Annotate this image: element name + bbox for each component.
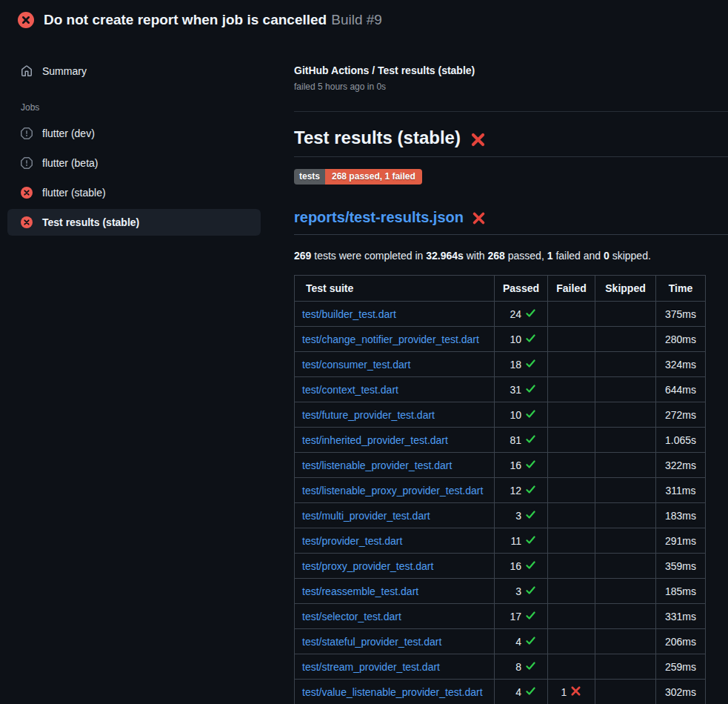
test-suite-link[interactable]: test/consumer_test.dart — [302, 359, 410, 371]
column-header-skipped: Skipped — [595, 276, 656, 302]
passed-cell: 3 — [495, 503, 548, 528]
test-summary-text: 269 tests were completed in 32.964s with… — [294, 250, 728, 262]
stop-icon — [21, 127, 33, 139]
test-suite-link[interactable]: test/inherited_provider_test.dart — [302, 434, 448, 446]
skipped-cell — [595, 503, 656, 528]
failed-cell — [548, 327, 595, 352]
test-suite-link[interactable]: test/change_notifier_provider_test.dart — [302, 333, 479, 345]
table-row: test/listenable_proxy_provider_test.dart… — [295, 478, 706, 503]
test-suite-link[interactable]: test/stateful_provider_test.dart — [302, 636, 441, 648]
passed-count: 18 — [510, 359, 521, 371]
skipped-cell — [595, 604, 656, 629]
sidebar-item-label: Summary — [42, 65, 87, 77]
passed-cell: 10 — [495, 327, 548, 352]
time-cell: 291ms — [656, 528, 706, 554]
check-icon — [525, 559, 536, 573]
table-row: test/builder_test.dart24375ms — [295, 302, 706, 327]
check-icon — [525, 685, 536, 699]
sidebar-item-flutter-dev[interactable]: flutter (dev) — [7, 120, 261, 147]
check-run-header: Do not create report when job is cancell… — [0, 0, 728, 39]
passed-count: 4 — [515, 686, 521, 698]
table-row: test/listenable_provider_test.dart16322m… — [295, 453, 706, 478]
passed-cell: 17 — [495, 604, 548, 629]
sidebar: Summary Jobs flutter (dev)flutter (beta)… — [0, 39, 294, 239]
check-run-title: GitHub Actions / Test results (stable) — [294, 64, 728, 76]
failed-cell — [548, 377, 595, 402]
failed-cell — [548, 453, 595, 478]
time-cell: 280ms — [656, 327, 706, 352]
summary-segment: with — [464, 250, 488, 262]
test-suite-link[interactable]: test/listenable_provider_test.dart — [302, 459, 452, 471]
check-icon — [525, 635, 536, 648]
time-cell: 311ms — [656, 478, 706, 503]
test-suite-link[interactable]: test/provider_test.dart — [302, 535, 402, 547]
jobs-list: flutter (dev)flutter (beta)flutter (stab… — [7, 120, 294, 236]
test-suite-link[interactable]: test/stream_provider_test.dart — [302, 661, 440, 673]
sidebar-item-flutter-beta[interactable]: flutter (beta) — [7, 150, 261, 176]
test-suite-link[interactable]: test/listenable_proxy_provider_test.dart — [302, 485, 483, 497]
failed-cell — [548, 478, 595, 503]
table-header-row: Test suitePassedFailedSkippedTime — [295, 276, 706, 302]
page-title: Do not create report when job is cancell… — [44, 12, 382, 28]
summary-segment: passed, — [505, 250, 547, 262]
test-suite-link[interactable]: test/selector_test.dart — [302, 611, 401, 622]
passed-cell: 4 — [495, 629, 548, 654]
check-icon — [525, 459, 536, 472]
stop-icon — [21, 157, 33, 169]
time-cell: 206ms — [656, 629, 706, 654]
table-row: test/selector_test.dart17331ms — [295, 604, 706, 629]
passed-count: 16 — [510, 459, 521, 471]
failed-cell — [548, 579, 595, 604]
table-row: test/provider_test.dart11291ms — [295, 528, 706, 554]
table-row: test/inherited_provider_test.dart811.065… — [295, 428, 706, 453]
passed-count: 10 — [510, 409, 521, 421]
table-row: test/stateful_provider_test.dart4206ms — [295, 629, 706, 654]
passed-count: 24 — [510, 308, 521, 320]
report-file-link[interactable]: reports/test-results.json — [294, 209, 728, 235]
summary-segment: tests were completed in — [311, 250, 426, 262]
time-cell: 1.065s — [656, 428, 706, 453]
test-suite-link[interactable]: test/proxy_provider_test.dart — [302, 560, 433, 572]
passed-cell: 12 — [495, 478, 548, 503]
skipped-cell — [595, 428, 656, 453]
summary-segment: 1 — [547, 250, 553, 262]
divider — [294, 111, 728, 112]
passed-cell: 16 — [495, 554, 548, 579]
skipped-cell — [595, 579, 656, 604]
test-suite-link[interactable]: test/future_provider_test.dart — [302, 409, 435, 421]
test-suite-link[interactable]: test/reassemble_test.dart — [302, 585, 418, 597]
time-cell: 375ms — [656, 302, 706, 327]
test-suite-link[interactable]: test/value_listenable_provider_test.dart — [302, 686, 483, 698]
check-icon — [525, 408, 536, 422]
column-header-passed: Passed — [495, 276, 548, 302]
skipped-cell — [595, 554, 656, 579]
check-icon — [525, 383, 536, 396]
passed-cell: 11 — [495, 528, 548, 554]
badge-label: tests — [294, 169, 325, 185]
build-number: Build #9 — [331, 12, 382, 27]
column-header-failed: Failed — [548, 276, 595, 302]
x-circle-icon — [18, 12, 34, 28]
table-row: test/value_listenable_provider_test.dart… — [295, 680, 706, 704]
summary-segment: 268 — [488, 250, 505, 262]
passed-cell: 4 — [495, 680, 548, 704]
skipped-cell — [595, 478, 656, 503]
check-icon — [525, 585, 536, 598]
sidebar-item-flutter-stable[interactable]: flutter (stable) — [7, 179, 261, 206]
time-cell: 183ms — [656, 503, 706, 528]
skipped-cell — [595, 327, 656, 352]
test-suite-link[interactable]: test/context_test.dart — [302, 384, 398, 396]
skipped-cell — [595, 402, 656, 428]
sidebar-item-summary[interactable]: Summary — [7, 58, 261, 84]
check-icon — [525, 660, 536, 674]
column-header-time: Time — [656, 276, 706, 302]
passed-count: 8 — [515, 661, 521, 673]
passed-cell: 24 — [495, 302, 548, 327]
skipped-cell — [595, 453, 656, 478]
passed-count: 11 — [510, 535, 521, 547]
test-suite-link[interactable]: test/builder_test.dart — [302, 308, 396, 320]
sidebar-item-test-results-stable[interactable]: Test results (stable) — [7, 209, 261, 236]
table-row: test/stream_provider_test.dart8259ms — [295, 654, 706, 680]
test-suite-link[interactable]: test/multi_provider_test.dart — [302, 510, 430, 522]
main-content: GitHub Actions / Test results (stable) f… — [294, 39, 728, 704]
